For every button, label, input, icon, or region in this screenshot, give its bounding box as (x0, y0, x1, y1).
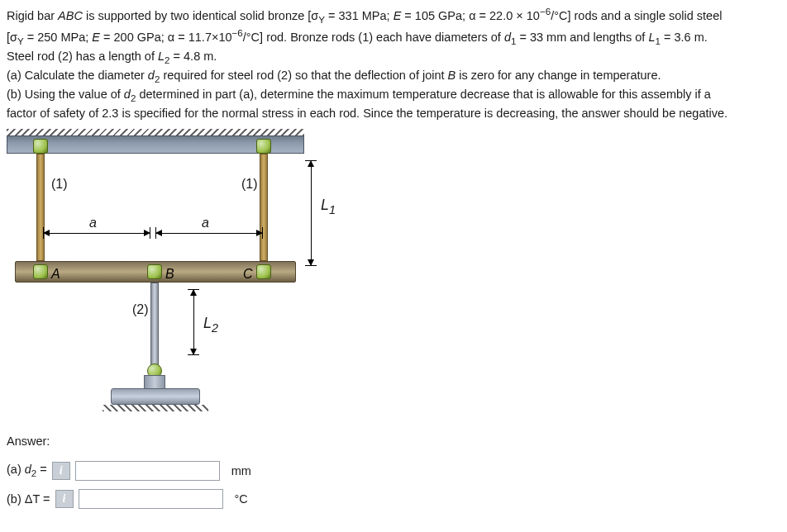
info-button-b[interactable]: i (55, 490, 74, 508)
text: determined in part (a), determine the ma… (136, 88, 711, 101)
base-plate (111, 388, 200, 405)
bronze-rod-right (260, 154, 268, 261)
sub: Y (17, 36, 24, 46)
text: (a) Calculate the diameter (7, 69, 148, 82)
answer-a-label: (a) d2 = (7, 461, 47, 480)
text: = 331 MPa; (325, 9, 394, 22)
text: (b) Using the value of (7, 88, 124, 101)
text: /°C] rod. Bronze rods (1) each have diam… (243, 31, 504, 44)
text: = 200 GPa; α = 11.7×10 (100, 31, 232, 44)
text: [σ (7, 31, 17, 44)
text: factor of safety of 2.3 is specified for… (7, 107, 727, 120)
var-B: B (448, 69, 456, 82)
joint-top-right (256, 139, 271, 154)
answer-b-input[interactable] (79, 489, 223, 509)
dimension-L1 (311, 160, 312, 266)
answer-a-input[interactable] (75, 461, 220, 481)
label-A: A (51, 265, 60, 283)
label-C: C (243, 265, 253, 283)
joint-c (256, 264, 271, 279)
label-rod2: (2) (132, 301, 149, 319)
figure: (1) (1) a a A B C L1 (2) L2 (7, 135, 337, 416)
exp: −6 (232, 27, 243, 38)
text: is zero for any change in temperature. (456, 69, 661, 82)
var-d2: d (124, 88, 131, 101)
sub: Y (318, 14, 325, 25)
answer-a-unit: mm (231, 463, 251, 479)
answer-b-unit: °C (235, 491, 248, 507)
var-abc: ABC (58, 9, 83, 22)
answer-heading: Answer: (7, 433, 780, 449)
var-L2: L (158, 50, 165, 63)
text: /°C] rods and a single solid steel (551, 9, 722, 22)
exp: −6 (540, 6, 551, 17)
text: is supported by two identical solid bron… (83, 9, 318, 22)
text: = 4.8 m. (170, 50, 217, 63)
joint-b (147, 264, 162, 279)
steel-rod (150, 283, 159, 365)
var-d2: d (148, 69, 155, 82)
answer-section: Answer: (a) d2 = i mm (b) ΔT = i °C (7, 433, 780, 509)
dimension-a-right (155, 233, 263, 234)
text: = 33 mm and lengths of (516, 31, 648, 44)
label-L1: L1 (321, 195, 336, 218)
label-a-right: a (202, 214, 209, 232)
text: required for steel rod (2) so that the d… (160, 69, 447, 82)
answer-b-label: (b) ΔT = (7, 491, 50, 507)
joint-a (33, 264, 48, 279)
label-rod1-right: (1) (241, 175, 258, 193)
text: Rigid bar (7, 9, 58, 22)
base-post (144, 375, 165, 390)
ceiling-hatch (7, 129, 304, 135)
label-a-left: a (89, 214, 97, 232)
problem-statement: Rigid bar ABC is supported by two identi… (7, 5, 780, 122)
ground-hatch (103, 405, 208, 411)
info-button-a[interactable]: i (52, 462, 70, 480)
label-L2: L2 (203, 313, 218, 336)
text: = 105 GPa; α = 22.0 × 10 (401, 9, 540, 22)
dimension-L2 (193, 289, 194, 355)
var-d1: d (504, 31, 511, 44)
text: = 3.6 m. (661, 31, 708, 44)
dimension-a-left (43, 233, 150, 234)
text: = 250 MPa; (24, 31, 93, 44)
var-E: E (394, 9, 402, 22)
var-E: E (92, 31, 100, 44)
answer-row-b: (b) ΔT = i °C (7, 489, 780, 509)
answer-row-a: (a) d2 = i mm (7, 461, 780, 481)
label-rod1-left: (1) (51, 175, 68, 193)
bronze-rod-left (36, 154, 45, 261)
label-B: B (165, 265, 174, 283)
text: Steel rod (2) has a length of (7, 50, 158, 63)
joint-top-left (33, 139, 48, 154)
